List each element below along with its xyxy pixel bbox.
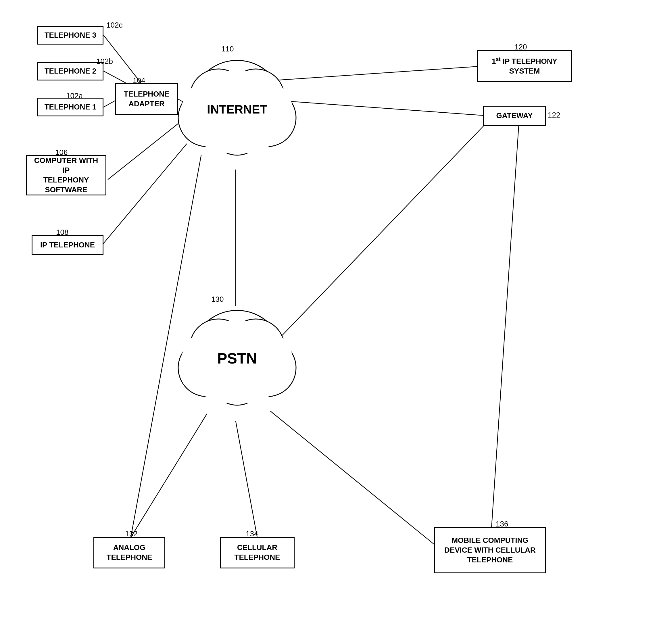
gateway-ref: 122 (548, 111, 560, 119)
svg-line-13 (492, 125, 519, 529)
telephone2-ref: 102b (96, 57, 113, 66)
diagram: TELEPHONE 3 102c TELEPHONE 2 102b TELEPH… (0, 0, 657, 644)
computer-ip-box: COMPUTER WITH IPTELEPHONYSOFTWARE (26, 155, 106, 196)
pstn-ref: 130 (211, 295, 224, 304)
gateway-box: GATEWAY (483, 106, 546, 126)
mobile-computing-box: MOBILE COMPUTINGDEVICE WITH CELLULARTELE… (434, 527, 546, 573)
telephone-adapter-ref: 104 (133, 76, 145, 85)
cellular-telephone-box: CELLULARTELEPHONE (220, 537, 295, 569)
computer-ip-ref: 106 (55, 148, 68, 157)
svg-text:INTERNET: INTERNET (207, 102, 267, 116)
ip-telephony-system-box: 1st IP TELEPHONYSYSTEM (477, 50, 572, 82)
analog-telephone-ref: 132 (125, 529, 137, 538)
internet-ref: 110 (221, 45, 234, 53)
internet-cloud: INTERNET (161, 43, 313, 181)
telephone3-box: TELEPHONE 3 (37, 26, 104, 45)
pstn-cloud: PSTN (161, 293, 313, 431)
telephone1-box: TELEPHONE 1 (37, 98, 104, 116)
cellular-telephone-ref: 134 (246, 529, 258, 538)
ip-telephony-system-ref: 120 (515, 43, 527, 51)
svg-line-11 (236, 421, 257, 537)
ip-telephone-ref: 108 (56, 228, 68, 237)
svg-text:PSTN: PSTN (217, 350, 257, 367)
svg-line-12 (270, 411, 440, 549)
ip-telephone-box: IP TELEPHONE (31, 235, 104, 255)
telephone2-box: TELEPHONE 2 (37, 62, 104, 80)
telephone3-ref: 102c (106, 21, 122, 30)
svg-line-10 (131, 414, 207, 537)
analog-telephone-box: ANALOGTELEPHONE (93, 537, 165, 569)
mobile-computing-ref: 136 (496, 520, 508, 528)
telephone1-ref: 102a (66, 91, 83, 100)
